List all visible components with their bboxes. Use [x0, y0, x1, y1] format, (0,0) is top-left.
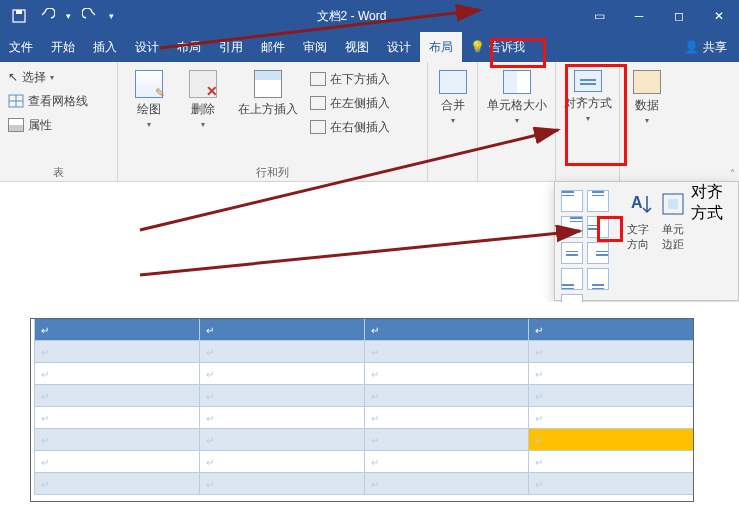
svg-text:A: A: [631, 194, 643, 211]
window-buttons: ▭ ─ ◻ ✕: [579, 0, 739, 32]
qat-customize[interactable]: ▾: [109, 11, 114, 21]
align-bottom-center[interactable]: [587, 268, 609, 290]
align-middle-left[interactable]: [587, 216, 609, 238]
group-table: ↖选择 ▾ 查看网格线 属性 表: [0, 62, 118, 181]
delete-button[interactable]: 删除▾: [178, 66, 228, 129]
tab-references[interactable]: 引用: [210, 32, 252, 62]
delete-icon: [189, 70, 217, 98]
table-row: ↵↵↵↵: [35, 319, 694, 341]
tab-table-design[interactable]: 设计: [378, 32, 420, 62]
align-top-right[interactable]: [561, 216, 583, 238]
table-row: ↵↵↵↵: [35, 341, 694, 363]
group-table-label: 表: [6, 165, 111, 181]
insert-below-icon: [310, 72, 326, 86]
data-icon: [633, 70, 661, 94]
group-merge: 合并▾: [428, 62, 478, 181]
cursor-icon: ↖: [8, 70, 18, 84]
group-rows-columns: 绘图▾ 删除▾ 在上方插入 在下方插入 在左侧插入 在右侧插入 行和列: [118, 62, 428, 181]
share-button[interactable]: 👤 共享: [672, 32, 739, 62]
draw-table-button[interactable]: 绘图▾: [124, 66, 174, 129]
select-button[interactable]: ↖选择 ▾: [6, 66, 90, 88]
align-middle-center[interactable]: [561, 242, 583, 264]
undo-dropdown[interactable]: ▾: [66, 11, 71, 21]
data-button[interactable]: 数据▾: [626, 66, 668, 125]
view-gridlines-button[interactable]: 查看网格线: [6, 90, 90, 112]
alignment-dropdown-panel: A 文字方向 单元 边距 对齐方式: [554, 181, 739, 301]
ribbon-display-options[interactable]: ▭: [579, 0, 619, 32]
undo-button[interactable]: [38, 7, 56, 25]
ribbon-tabs: 文件 开始 插入 设计 布局 引用 邮件 审阅 视图 设计 布局 💡 告诉我 👤…: [0, 32, 739, 62]
table-row: ↵↵↵↵: [35, 473, 694, 495]
align-middle-right[interactable]: [587, 242, 609, 264]
group-alignment: 对齐方式▾: [556, 62, 620, 181]
svg-line-10: [140, 231, 580, 275]
collapse-ribbon-button[interactable]: ˄: [730, 168, 735, 179]
tab-view[interactable]: 视图: [336, 32, 378, 62]
group-cell-size: 单元格大小▾: [478, 62, 556, 181]
table-row: ↵↵↵↵: [35, 407, 694, 429]
cell-margins-icon: [659, 190, 687, 218]
grid-icon: [8, 94, 24, 108]
save-button[interactable]: [10, 7, 28, 25]
share-label: 共享: [703, 39, 727, 56]
table-row: ↵↵↵↵: [35, 385, 694, 407]
lightbulb-icon: 💡: [470, 40, 485, 54]
arrow-to-align-cell: [130, 225, 590, 285]
insert-above-icon: [254, 70, 282, 98]
properties-icon: [8, 118, 24, 132]
insert-below-button[interactable]: 在下方插入: [308, 68, 392, 90]
group-data: 数据▾: [620, 62, 674, 181]
align-bottom-left[interactable]: [561, 268, 583, 290]
merge-button[interactable]: 合并▾: [434, 66, 471, 125]
text-direction-button[interactable]: A 文字方向: [627, 190, 655, 300]
redo-button[interactable]: [81, 7, 99, 25]
insert-right-button[interactable]: 在右侧插入: [308, 116, 392, 138]
align-top-center[interactable]: [587, 190, 609, 212]
cell-size-button[interactable]: 单元格大小▾: [484, 66, 549, 125]
tab-design[interactable]: 设计: [126, 32, 168, 62]
tell-me-label: 告诉我: [489, 39, 525, 56]
group-rows-columns-label: 行和列: [124, 165, 421, 181]
ribbon: ↖选择 ▾ 查看网格线 属性 表 绘图▾ 删除▾ 在上方插入 在下方插入 在左侧…: [0, 62, 739, 182]
merge-icon: [439, 70, 467, 94]
alignment-grid: [555, 182, 623, 300]
insert-above-button[interactable]: 在上方插入: [232, 66, 304, 116]
document-title: 文档2 - Word: [124, 8, 579, 25]
table-row: ↵↵↵↵: [35, 429, 694, 451]
insert-left-icon: [310, 96, 326, 110]
document-area: ↵↵↵↵ ↵↵↵↵ ↵↵↵↵ ↵↵↵↵ ↵↵↵↵ ↵↵↵↵ ↵↵↵↵ ↵↵↵↵: [0, 302, 739, 519]
draw-table-icon: [135, 70, 163, 98]
alignment-icon: [574, 70, 602, 92]
insert-left-button[interactable]: 在左侧插入: [308, 92, 392, 114]
maximize-button[interactable]: ◻: [659, 0, 699, 32]
title-bar: ▾ ▾ 文档2 - Word ▭ ─ ◻ ✕: [0, 0, 739, 32]
tab-file[interactable]: 文件: [0, 32, 42, 62]
table-row: ↵↵↵↵: [35, 451, 694, 473]
cell-size-icon: [503, 70, 531, 94]
tab-home[interactable]: 开始: [42, 32, 84, 62]
align-top-left[interactable]: [561, 190, 583, 212]
person-icon: 👤: [684, 40, 699, 54]
minimize-button[interactable]: ─: [619, 0, 659, 32]
tab-review[interactable]: 审阅: [294, 32, 336, 62]
close-button[interactable]: ✕: [699, 0, 739, 32]
svg-rect-7: [668, 199, 678, 209]
table-row: ↵↵↵↵: [35, 363, 694, 385]
insert-right-icon: [310, 120, 326, 134]
table[interactable]: ↵↵↵↵ ↵↵↵↵ ↵↵↵↵ ↵↵↵↵ ↵↵↵↵ ↵↵↵↵ ↵↵↵↵ ↵↵↵↵: [34, 318, 694, 495]
tab-layout[interactable]: 布局: [168, 32, 210, 62]
properties-button[interactable]: 属性: [6, 114, 90, 136]
tell-me[interactable]: 💡 告诉我: [462, 32, 533, 62]
orange-cell: ↵: [529, 429, 694, 451]
quick-access-toolbar: ▾ ▾: [0, 7, 124, 25]
tab-insert[interactable]: 插入: [84, 32, 126, 62]
tab-mailings[interactable]: 邮件: [252, 32, 294, 62]
text-direction-icon: A: [627, 190, 655, 218]
alignment-button[interactable]: 对齐方式▾: [562, 66, 613, 123]
svg-rect-1: [16, 10, 22, 14]
alignment-popup-label: 对齐方式: [691, 182, 738, 300]
cell-margins-button[interactable]: 单元 边距: [659, 190, 687, 300]
tab-table-layout[interactable]: 布局: [420, 32, 462, 62]
